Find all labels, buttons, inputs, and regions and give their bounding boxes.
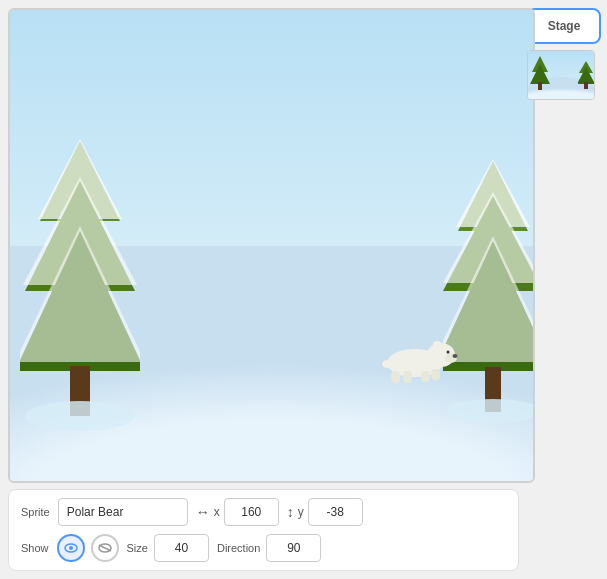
svg-rect-36	[584, 82, 588, 89]
svg-rect-22	[391, 371, 400, 383]
show-label: Show	[21, 542, 49, 554]
svg-point-21	[433, 341, 441, 349]
show-visible-button[interactable]	[57, 534, 85, 562]
svg-point-15	[445, 399, 535, 423]
stage-thumbnail[interactable]	[527, 50, 595, 100]
x-axis-icon: ↔	[196, 504, 210, 520]
svg-point-7	[25, 401, 135, 431]
svg-rect-24	[421, 371, 430, 382]
y-axis-icon: ↕	[287, 504, 294, 520]
x-coord-group: ↔ x	[196, 498, 279, 526]
controls-row-1: Sprite ↔ x ↕ y	[21, 498, 506, 526]
size-label: Size	[127, 542, 148, 554]
stage-canvas	[8, 8, 535, 483]
main-area: Sprite ↔ x ↕ y Show	[0, 0, 527, 579]
svg-marker-35	[578, 67, 594, 84]
direction-label: Direction	[217, 542, 260, 554]
x-input[interactable]	[224, 498, 279, 526]
show-hidden-button[interactable]	[91, 534, 119, 562]
stage-thumb-inner	[528, 51, 594, 99]
svg-point-19	[453, 354, 458, 358]
y-label: y	[298, 505, 304, 519]
y-coord-group: ↕ y	[287, 498, 363, 526]
sprite-name-input[interactable]	[58, 498, 188, 526]
svg-marker-5	[20, 226, 140, 362]
size-group: Size	[127, 534, 209, 562]
y-input[interactable]	[308, 498, 363, 526]
size-input[interactable]	[154, 534, 209, 562]
controls-row-2: Show Size	[21, 534, 506, 562]
svg-rect-23	[403, 371, 412, 383]
direction-group: Direction	[217, 534, 321, 562]
sprite-label: Sprite	[21, 506, 50, 518]
svg-rect-33	[538, 82, 542, 90]
direction-input[interactable]	[266, 534, 321, 562]
stage-button[interactable]: Stage	[527, 8, 601, 44]
svg-point-26	[382, 360, 392, 368]
show-group	[57, 534, 119, 562]
svg-marker-32	[530, 64, 550, 84]
svg-point-20	[447, 351, 450, 354]
controls-bar: Sprite ↔ x ↕ y Show	[8, 489, 519, 571]
svg-rect-25	[431, 369, 440, 380]
x-label: x	[214, 505, 220, 519]
svg-point-28	[69, 546, 73, 550]
left-tree	[20, 131, 140, 451]
polar-bear-sprite	[373, 331, 453, 376]
right-panel: Stage	[527, 0, 607, 579]
right-tree	[443, 151, 535, 451]
